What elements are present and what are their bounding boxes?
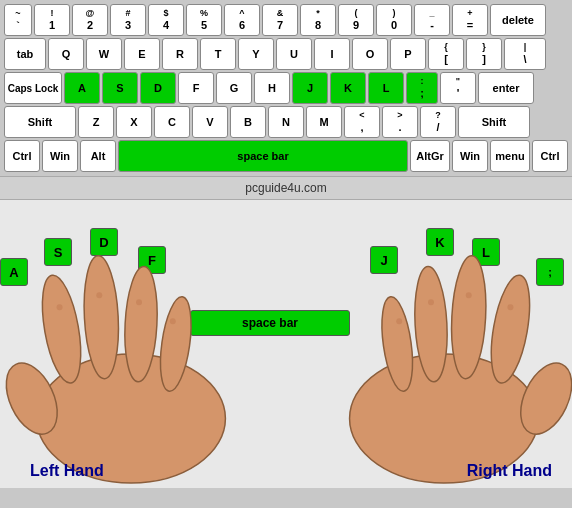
key-a[interactable]: A xyxy=(64,72,100,104)
key-slash[interactable]: ?/ xyxy=(420,106,456,138)
svg-point-19 xyxy=(507,304,513,310)
key-row-5: Ctrl Win Alt space bar AltGr Win menu Ct… xyxy=(4,140,568,172)
watermark: pcguide4u.com xyxy=(0,176,572,200)
key-backtick[interactable]: ~` xyxy=(4,4,32,36)
svg-point-18 xyxy=(466,292,472,298)
key-ctrl-left[interactable]: Ctrl xyxy=(4,140,40,172)
key-alt-left[interactable]: Alt xyxy=(80,140,116,172)
key-i[interactable]: I xyxy=(314,38,350,70)
key-6[interactable]: ^6 xyxy=(224,4,260,36)
key-r[interactable]: R xyxy=(162,38,198,70)
svg-point-6 xyxy=(57,304,63,310)
key-l[interactable]: L xyxy=(368,72,404,104)
key-p[interactable]: P xyxy=(390,38,426,70)
left-hand-label: Left Hand xyxy=(30,462,104,480)
key-9[interactable]: (9 xyxy=(338,4,374,36)
svg-point-15 xyxy=(484,272,536,385)
key-enter[interactable]: enter xyxy=(478,72,534,104)
key-2[interactable]: @2 xyxy=(72,4,108,36)
key-equals[interactable]: += xyxy=(452,4,488,36)
key-tab[interactable]: tab xyxy=(4,38,46,70)
key-capslock[interactable]: Caps Lock xyxy=(4,72,62,104)
svg-point-2 xyxy=(35,272,87,385)
key-quote[interactable]: "' xyxy=(440,72,476,104)
key-period[interactable]: >. xyxy=(382,106,418,138)
key-e[interactable]: E xyxy=(124,38,160,70)
key-m[interactable]: M xyxy=(306,106,342,138)
right-hand xyxy=(350,255,572,483)
key-t[interactable]: T xyxy=(200,38,236,70)
key-j[interactable]: J xyxy=(292,72,328,104)
svg-point-8 xyxy=(136,299,142,305)
key-1[interactable]: !1 xyxy=(34,4,70,36)
key-4[interactable]: $4 xyxy=(148,4,184,36)
hands-svg xyxy=(0,200,572,488)
key-w[interactable]: W xyxy=(86,38,122,70)
key-shift-right[interactable]: Shift xyxy=(458,106,530,138)
key-0[interactable]: )0 xyxy=(376,4,412,36)
svg-point-9 xyxy=(170,318,176,324)
right-hand-label: Right Hand xyxy=(467,462,552,480)
key-5[interactable]: %5 xyxy=(186,4,222,36)
key-altgr[interactable]: AltGr xyxy=(410,140,450,172)
key-b[interactable]: B xyxy=(230,106,266,138)
key-menu[interactable]: menu xyxy=(490,140,530,172)
key-f[interactable]: F xyxy=(178,72,214,104)
left-hand xyxy=(0,255,225,483)
key-x[interactable]: X xyxy=(116,106,152,138)
key-n[interactable]: N xyxy=(268,106,304,138)
key-lbracket[interactable]: {[ xyxy=(428,38,464,70)
key-y[interactable]: Y xyxy=(238,38,274,70)
key-row-1: ~` !1 @2 #3 $4 %5 ^6 &7 *8 (9 )0 _- += d… xyxy=(4,4,568,36)
key-z[interactable]: Z xyxy=(78,106,114,138)
keyboard-section: ~` !1 @2 #3 $4 %5 ^6 &7 *8 (9 )0 _- += d… xyxy=(0,0,572,176)
svg-point-7 xyxy=(96,292,102,298)
key-row-4: Shift Z X C V B N M <, >. ?/ Shift xyxy=(4,106,568,138)
key-shift-left[interactable]: Shift xyxy=(4,106,76,138)
key-ctrl-right[interactable]: Ctrl xyxy=(532,140,568,172)
key-comma[interactable]: <, xyxy=(344,106,380,138)
key-q[interactable]: Q xyxy=(48,38,84,70)
key-space[interactable]: space bar xyxy=(118,140,408,172)
key-k[interactable]: K xyxy=(330,72,366,104)
key-backslash[interactable]: |\ xyxy=(504,38,546,70)
key-g[interactable]: G xyxy=(216,72,252,104)
key-row-3: Caps Lock A S D F G H J K L :; "' enter xyxy=(4,72,568,104)
key-minus[interactable]: _- xyxy=(414,4,450,36)
svg-point-16 xyxy=(396,318,402,324)
key-semicolon[interactable]: :; xyxy=(406,72,438,104)
key-v[interactable]: V xyxy=(192,106,228,138)
key-3[interactable]: #3 xyxy=(110,4,146,36)
key-rbracket[interactable]: }] xyxy=(466,38,502,70)
key-o[interactable]: O xyxy=(352,38,388,70)
key-s[interactable]: S xyxy=(102,72,138,104)
key-d[interactable]: D xyxy=(140,72,176,104)
key-c[interactable]: C xyxy=(154,106,190,138)
svg-point-17 xyxy=(428,299,434,305)
key-7[interactable]: &7 xyxy=(262,4,298,36)
key-h[interactable]: H xyxy=(254,72,290,104)
key-u[interactable]: U xyxy=(276,38,312,70)
key-row-2: tab Q W E R T Y U I O P {[ }] |\ xyxy=(4,38,568,70)
key-win-left[interactable]: Win xyxy=(42,140,78,172)
key-delete[interactable]: delete xyxy=(490,4,546,36)
hands-section: A S D F J K L ; space bar xyxy=(0,200,572,488)
key-8[interactable]: *8 xyxy=(300,4,336,36)
key-win-right[interactable]: Win xyxy=(452,140,488,172)
